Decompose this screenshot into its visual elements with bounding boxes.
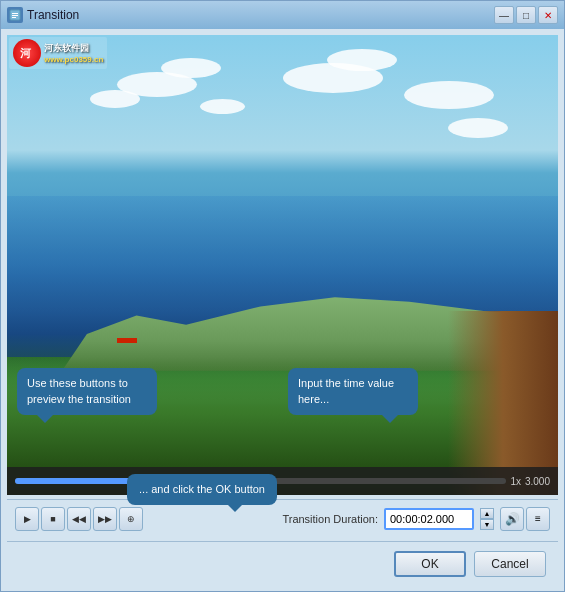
speed-label: 1x <box>510 476 521 487</box>
stop-button[interactable]: ■ <box>41 507 65 531</box>
ok-button[interactable]: OK <box>394 551 466 577</box>
transition-dialog: Transition — □ ✕ <box>0 0 565 592</box>
playback-controls: ▶ ■ ◀◀ ▶▶ ⊕ <box>15 507 143 531</box>
next-button[interactable]: ▶▶ <box>93 507 117 531</box>
bottom-bar: ... and click the OK button OK Cancel <box>7 541 558 585</box>
zoom-button[interactable]: ⊕ <box>119 507 143 531</box>
duration-area: Transition Duration: ▲ ▼ 🔊 ≡ <box>282 507 550 531</box>
svg-text:河: 河 <box>20 47 32 59</box>
cloud-6 <box>404 81 494 109</box>
window-icon <box>7 7 23 23</box>
minimize-button[interactable]: — <box>494 6 514 24</box>
video-scene: 河 河东软件园 www.pc0359.cn <box>7 35 558 495</box>
duration-up-button[interactable]: ▲ <box>480 508 494 519</box>
time-end-label: 3.000 <box>525 476 550 487</box>
watermark-url: www.pc0359.cn <box>44 55 103 64</box>
preview-tooltip: Use these buttons to preview the transit… <box>17 368 157 415</box>
duration-spinner: ▲ ▼ <box>480 508 494 530</box>
title-bar-controls: — □ ✕ <box>494 6 558 24</box>
cancel-button[interactable]: Cancel <box>474 551 546 577</box>
title-bar-left: Transition <box>7 7 79 23</box>
svg-rect-2 <box>12 15 18 16</box>
play-button[interactable]: ▶ <box>15 507 39 531</box>
watermark-logo: 河 河东软件园 www.pc0359.cn <box>13 39 103 67</box>
duration-down-button[interactable]: ▼ <box>480 519 494 530</box>
maximize-button[interactable]: □ <box>516 6 536 24</box>
input-time-tooltip: Input the time value here... <box>288 368 418 415</box>
video-preview: 河 河东软件园 www.pc0359.cn <box>7 35 558 495</box>
mute-button[interactable]: ≡ <box>526 507 550 531</box>
cloud-7 <box>448 118 508 138</box>
controls-bar: ▶ ■ ◀◀ ▶▶ ⊕ Transition Duration: ▲ ▼ 🔊 ≡ <box>7 499 558 537</box>
window-title: Transition <box>27 8 79 22</box>
ship <box>117 338 137 343</box>
main-content: 河 河东软件园 www.pc0359.cn <box>1 29 564 591</box>
ok-tooltip: ... and click the OK button <box>127 474 277 505</box>
cloud-8 <box>200 99 245 114</box>
watermark: 河 河东软件园 www.pc0359.cn <box>9 37 107 69</box>
watermark-circle: 河 <box>13 39 41 67</box>
duration-label: Transition Duration: <box>282 513 378 525</box>
close-button[interactable]: ✕ <box>538 6 558 24</box>
watermark-texts: 河东软件园 www.pc0359.cn <box>44 42 103 64</box>
duration-input[interactable] <box>384 508 474 530</box>
volume-button[interactable]: 🔊 <box>500 507 524 531</box>
svg-rect-1 <box>12 13 18 14</box>
svg-rect-3 <box>12 17 16 18</box>
timeline-area: 1x 3.000 <box>7 467 558 495</box>
cloud-5 <box>327 49 397 71</box>
volume-area: 🔊 ≡ <box>500 507 550 531</box>
cloud-2 <box>161 58 221 78</box>
cloud-3 <box>90 90 140 108</box>
watermark-brand: 河东软件园 <box>44 42 103 55</box>
title-bar: Transition — □ ✕ <box>1 1 564 29</box>
prev-button[interactable]: ◀◀ <box>67 507 91 531</box>
